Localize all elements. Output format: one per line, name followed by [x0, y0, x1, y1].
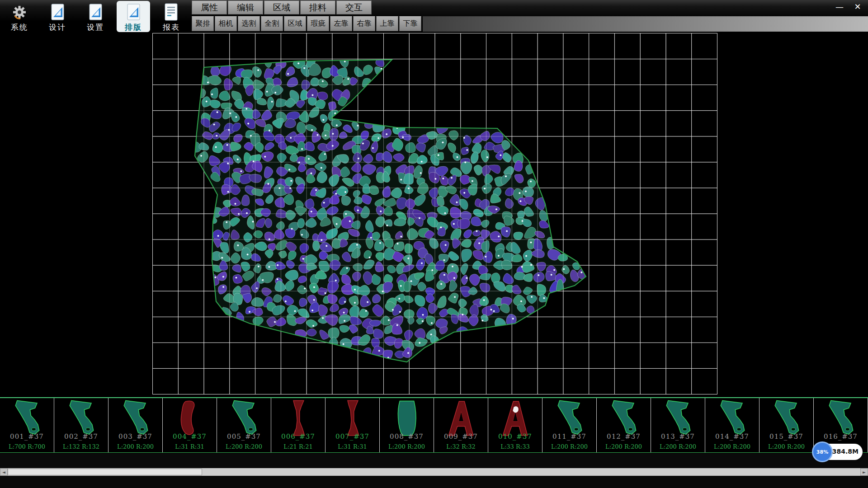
pattern-lr-count: L:31 R:31 — [163, 443, 217, 450]
top-toolbar: 系统设计设置排版报表 属性编辑区域排料交互 聚排相机选割全割区域瑕疵左靠右靠上靠… — [0, 0, 868, 33]
memory-status: 38% 384.8M — [819, 444, 863, 460]
toolbar-item-label: 报表 — [163, 23, 180, 32]
menu-tab-region[interactable]: 区域 — [264, 0, 299, 14]
close-button[interactable]: ✕ — [852, 2, 863, 12]
toolbar-item-design[interactable]: 设计 — [41, 1, 74, 32]
pattern-lr-count: L:200 R:200 — [217, 443, 271, 450]
pattern-id: 004_#37 — [163, 432, 217, 441]
gear-icon — [10, 2, 28, 23]
pattern-lr-count: L:33 R:33 — [488, 443, 542, 450]
pattern-lr-count: L:700 R:700 — [0, 443, 54, 450]
triangle-ruler-icon — [49, 2, 66, 23]
toolbar-spacer — [423, 16, 868, 32]
pattern-id: 008_#37 — [380, 432, 434, 441]
triangle-ruler-icon — [125, 2, 142, 23]
progress-indicator: 38% — [812, 441, 833, 462]
pattern-lr-count: L:31 R:31 — [326, 443, 379, 450]
pattern-thumbnail-010_#37[interactable]: 010_#37L:33 R:33 — [488, 398, 542, 452]
scrollbar-thumb[interactable] — [8, 469, 202, 475]
pattern-thumbnail-001_#37[interactable]: 001_#37L:700 R:700 — [0, 398, 54, 452]
toolbar-item-label: 系统 — [11, 23, 28, 32]
pattern-lr-count: L:200 R:200 — [760, 443, 813, 450]
pattern-lr-count: L:200 R:200 — [651, 443, 705, 450]
pattern-id: 006_#37 — [271, 432, 325, 441]
pattern-id: 005_#37 — [217, 432, 271, 441]
pattern-id: 015_#37 — [760, 432, 813, 441]
tool-button-select-cut[interactable]: 选割 — [238, 16, 260, 31]
horizontal-scrollbar[interactable]: ◄ ► — [0, 468, 868, 476]
menu-tab-properties[interactable]: 属性 — [192, 0, 227, 14]
pattern-lr-count: L:200 R:200 — [380, 443, 434, 450]
pattern-id: 003_#37 — [108, 432, 162, 441]
tool-button-snap-top[interactable]: 上靠 — [376, 16, 398, 31]
pattern-id: 011_#37 — [542, 432, 596, 441]
pattern-thumbnail-009_#37[interactable]: 009_#37L:32 R:32 — [434, 398, 488, 452]
report-document-icon — [163, 2, 180, 23]
toolbar-item-system[interactable]: 系统 — [3, 1, 36, 32]
pattern-id: 014_#37 — [705, 432, 759, 441]
pattern-thumbnail-006_#37[interactable]: 006_#37L:21 R:21 — [271, 398, 326, 452]
pattern-thumbnail-003_#37[interactable]: 003_#37L:200 R:200 — [108, 398, 163, 452]
pattern-lr-count: L:200 R:200 — [542, 443, 596, 450]
pattern-lr-count: L:200 R:200 — [705, 443, 759, 450]
tool-button-defect[interactable]: 瑕疵 — [307, 16, 329, 31]
pattern-thumbnail-008_#37[interactable]: 008_#37L:200 R:200 — [380, 398, 434, 452]
window-controls: — ✕ — [834, 2, 863, 12]
pattern-thumbnail-002_#37[interactable]: 002_#37L:132 R:132 — [54, 398, 108, 452]
menu-tab-edit[interactable]: 编辑 — [228, 0, 263, 14]
tool-button-cluster-nest[interactable]: 聚排 — [192, 16, 214, 31]
tool-button-snap-right[interactable]: 右靠 — [353, 16, 375, 31]
pattern-lr-count: L:200 R:200 — [108, 443, 162, 450]
pattern-lr-count: L:200 R:200 — [597, 443, 651, 450]
toolbar-item-label: 设计 — [49, 23, 66, 32]
scroll-right-button[interactable]: ► — [860, 468, 868, 476]
pattern-thumbnail-014_#37[interactable]: 014_#37L:200 R:200 — [705, 398, 760, 452]
triangle-ruler-icon — [87, 2, 104, 23]
memory-value: 384.8M — [832, 448, 859, 455]
pattern-id: 010_#37 — [488, 432, 542, 441]
pattern-thumbnail-004_#37[interactable]: 004_#37L:31 R:31 — [163, 398, 217, 452]
tool-button-snap-left[interactable]: 左靠 — [330, 16, 352, 31]
progress-percent: 38% — [816, 449, 828, 455]
toolbar-item-label: 排版 — [125, 23, 142, 32]
toolbar-item-nesting[interactable]: 排版 — [117, 1, 150, 32]
pattern-lr-count: L:132 R:132 — [54, 443, 108, 450]
toolbar-item-settings[interactable]: 设置 — [79, 1, 112, 32]
pattern-lr-count: L:21 R:21 — [271, 443, 325, 450]
pattern-id: 002_#37 — [54, 432, 108, 441]
tool-button-snap-bottom[interactable]: 下靠 — [399, 16, 421, 31]
tool-button-row: 聚排相机选割全割区域瑕疵左靠右靠上靠下靠 — [192, 16, 421, 31]
pattern-strip: 001_#37L:700 R:700002_#37L:132 R:132003_… — [0, 397, 868, 453]
pattern-thumbnail-012_#37[interactable]: 012_#37L:200 R:200 — [597, 398, 651, 452]
tool-button-cut-all[interactable]: 全割 — [261, 16, 283, 31]
menu-tab-row: 属性编辑区域排料交互 — [192, 0, 372, 14]
toolbar-item-report[interactable]: 报表 — [155, 1, 188, 32]
nesting-canvas[interactable] — [0, 33, 868, 397]
minimize-button[interactable]: — — [834, 2, 845, 12]
app-toolbar: 系统设计设置排版报表 — [3, 1, 188, 32]
tool-button-region[interactable]: 区域 — [284, 16, 306, 31]
pattern-id: 001_#37 — [0, 432, 54, 441]
pattern-thumbnail-013_#37[interactable]: 013_#37L:200 R:200 — [651, 398, 705, 452]
toolbar-item-label: 设置 — [87, 23, 104, 32]
menu-tab-nest[interactable]: 排料 — [300, 0, 335, 14]
canvas-svg — [0, 33, 868, 397]
pattern-id: 016_#37 — [814, 432, 868, 441]
scroll-left-button[interactable]: ◄ — [0, 468, 8, 476]
tool-button-camera[interactable]: 相机 — [215, 16, 237, 31]
pattern-thumbnail-015_#37[interactable]: 015_#37L:200 R:200 — [760, 398, 814, 452]
pattern-thumbnail-005_#37[interactable]: 005_#37L:200 R:200 — [217, 398, 271, 452]
pattern-id: 007_#37 — [326, 432, 379, 441]
pattern-id: 012_#37 — [597, 432, 651, 441]
pattern-thumbnail-007_#37[interactable]: 007_#37L:31 R:31 — [326, 398, 380, 452]
pattern-id: 013_#37 — [651, 432, 705, 441]
pattern-lr-count: L:32 R:32 — [434, 443, 488, 450]
pattern-thumbnail-011_#37[interactable]: 011_#37L:200 R:200 — [542, 398, 597, 452]
pattern-id: 009_#37 — [434, 432, 488, 441]
menu-tab-interactive[interactable]: 交互 — [336, 0, 372, 14]
